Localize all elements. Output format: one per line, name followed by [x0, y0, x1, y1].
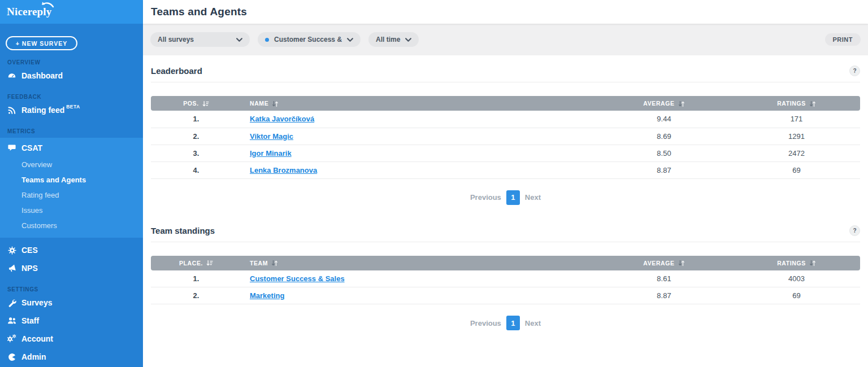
sidebar-subitem-csat-customers[interactable]: Customers — [0, 218, 143, 233]
column-header-ratings[interactable]: RATINGS — [733, 256, 860, 270]
average-cell: 8.87 — [595, 287, 733, 304]
sidebar-item-label: Dashboard — [21, 71, 63, 80]
name-cell: Viktor Magic — [241, 128, 595, 145]
admin-icon — [7, 352, 16, 361]
sort-updown-icon — [272, 101, 279, 107]
sidebar-subitem-csat-issues[interactable]: Issues — [0, 203, 143, 218]
ratings-cell: 171 — [733, 111, 860, 128]
surveys-filter-dropdown[interactable]: All surveys — [150, 32, 250, 47]
sort-updown-icon — [271, 260, 278, 266]
table-row: 2. Viktor Magic 8.69 1291 — [151, 128, 860, 145]
pos-cell: 2. — [151, 128, 241, 145]
leaderboard-pagination: Previous 1 Next — [151, 190, 860, 205]
agent-link[interactable]: Viktor Magic — [250, 132, 293, 141]
agent-link[interactable]: Lenka Brozmanova — [250, 166, 317, 174]
sidebar-item-label: NPS — [21, 264, 38, 273]
logo-swoosh-icon — [41, 1, 54, 8]
nicereply-logo[interactable]: Nicereply — [7, 6, 52, 18]
sidebar-section-settings: SETTINGS — [7, 286, 136, 292]
sidebar-item-label: Account — [21, 334, 53, 343]
column-header-pos[interactable]: POS. — [151, 96, 241, 111]
sidebar-item-dashboard[interactable]: Dashboard — [0, 67, 143, 85]
logo-band: Nicereply — [0, 0, 143, 24]
table-row: 1. Customer Success & Sales 8.61 4003 — [151, 270, 860, 287]
team-link[interactable]: Marketing — [250, 291, 284, 300]
sidebar-subitem-csat-overview[interactable]: Overview — [0, 157, 143, 172]
column-header-average[interactable]: AVERAGE — [595, 96, 733, 111]
sidebar-item-admin[interactable]: Admin — [0, 348, 143, 366]
sidebar-subitem-csat-rating-feed[interactable]: Rating feed — [0, 187, 143, 203]
leaderboard-table: POS. NAME AVERAGE RATINGS 1. Katka Javor… — [151, 96, 860, 179]
page-1-button[interactable]: 1 — [506, 316, 520, 330]
table-row: 2. Marketing 8.87 69 — [151, 287, 860, 304]
gears-icon — [7, 334, 16, 343]
sidebar-item-ces[interactable]: CES — [0, 241, 143, 259]
agent-link[interactable]: Katka Javorčíková — [250, 115, 314, 123]
dashboard-gauge-icon — [7, 71, 16, 80]
sidebar-item-surveys[interactable]: Surveys — [0, 294, 143, 312]
sidebar-item-nps[interactable]: NPS — [0, 259, 143, 277]
ratings-cell: 69 — [733, 287, 860, 304]
sort-updown-icon — [678, 260, 685, 266]
time-filter-dropdown[interactable]: All time — [368, 32, 419, 47]
agent-link[interactable]: Igor Minarik — [250, 149, 292, 158]
next-button[interactable]: Next — [525, 319, 541, 327]
page-1-button[interactable]: 1 — [506, 190, 520, 205]
chevron-down-icon — [347, 38, 353, 42]
next-button[interactable]: Next — [525, 193, 541, 202]
rss-icon — [7, 106, 16, 115]
average-cell: 9.44 — [595, 111, 733, 128]
leaderboard-help-button[interactable]: ? — [849, 65, 860, 76]
sidebar-item-rating-feed[interactable]: Rating feedBETA — [0, 101, 143, 119]
column-header-ratings[interactable]: RATINGS — [733, 96, 860, 111]
sidebar-item-label: CSAT — [21, 143, 42, 152]
team-cell: Marketing — [241, 287, 595, 304]
main-area: Teams and Agents All surveys Customer Su… — [143, 0, 868, 367]
average-cell: 8.87 — [595, 161, 733, 178]
beta-badge: BETA — [66, 104, 80, 110]
column-header-name[interactable]: NAME — [241, 96, 595, 111]
sidebar-item-account[interactable]: Account — [0, 330, 143, 348]
csat-active-block: CSAT Overview Teams and Agents Rating fe… — [0, 138, 143, 238]
name-cell: Lenka Brozmanova — [241, 161, 595, 178]
sidebar: Nicereply + NEW SURVEY OVERVIEW Dashboar… — [0, 0, 143, 367]
app-root: Nicereply + NEW SURVEY OVERVIEW Dashboar… — [0, 0, 868, 367]
sidebar-item-label: Admin — [21, 352, 46, 361]
divider — [151, 242, 860, 242]
pos-cell: 1. — [151, 111, 241, 128]
team-standings-help-button[interactable]: ? — [849, 225, 860, 236]
team-standings-table: PLACE. TEAM AVERAGE RATINGS 1. Customer … — [151, 256, 860, 305]
place-cell: 1. — [151, 270, 241, 287]
average-cell: 8.50 — [595, 145, 733, 161]
previous-button[interactable]: Previous — [470, 193, 501, 202]
sidebar-item-label: Surveys — [21, 298, 52, 307]
sidebar-section-metrics: METRICS — [7, 128, 136, 134]
wrench-icon — [7, 298, 16, 307]
leaderboard-title: Leaderboard — [151, 66, 202, 76]
page-header: Teams and Agents — [143, 0, 868, 24]
team-link[interactable]: Customer Success & Sales — [250, 274, 345, 283]
ratings-cell: 69 — [733, 161, 860, 178]
surveys-filter-label: All surveys — [158, 36, 194, 43]
team-filter-dropdown[interactable]: Customer Success & — [258, 32, 361, 47]
divider — [151, 82, 860, 82]
print-button[interactable]: PRINT — [825, 33, 861, 46]
leaderboard-header-row: POS. NAME AVERAGE RATINGS — [151, 96, 860, 111]
sidebar-item-staff[interactable]: Staff — [0, 312, 143, 330]
column-header-place[interactable]: PLACE. — [151, 256, 241, 270]
sidebar-subitem-csat-teams-and-agents[interactable]: Teams and Agents — [0, 172, 143, 187]
team-filter-label: Customer Success & — [274, 36, 342, 43]
place-cell: 2. — [151, 287, 241, 304]
name-cell: Katka Javorčíková — [241, 111, 595, 128]
sort-updown-icon — [809, 260, 816, 266]
time-filter-label: All time — [376, 36, 400, 43]
column-header-average[interactable]: AVERAGE — [595, 256, 733, 270]
new-survey-button[interactable]: + NEW SURVEY — [6, 36, 77, 50]
column-header-team[interactable]: TEAM — [241, 256, 595, 270]
sort-updown-icon — [809, 101, 816, 107]
sidebar-item-csat[interactable]: CSAT — [0, 138, 143, 157]
team-color-dot-icon — [265, 38, 269, 42]
previous-button[interactable]: Previous — [470, 319, 501, 327]
sidebar-item-label: Rating feedBETA — [21, 106, 80, 115]
sidebar-section-feedback: FEEDBACK — [7, 94, 136, 100]
